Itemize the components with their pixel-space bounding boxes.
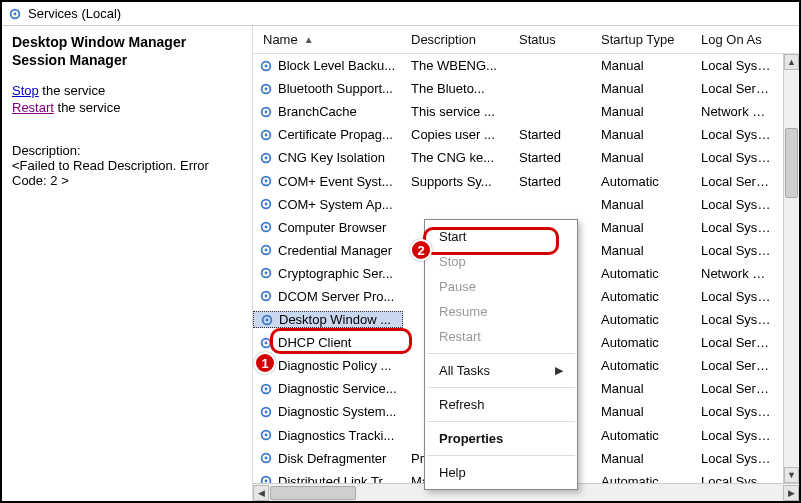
ctx-refresh[interactable]: Refresh <box>425 392 577 417</box>
cell-startup: Manual <box>593 451 693 466</box>
stop-suffix: the service <box>39 83 105 98</box>
service-gear-icon <box>259 243 273 257</box>
restart-link[interactable]: Restart <box>12 100 54 115</box>
header-title: Services (Local) <box>28 6 121 21</box>
cell-startup: Automatic <box>593 312 693 327</box>
cell-name: CNG Key Isolation <box>253 150 403 165</box>
cell-name: DHCP Client <box>253 335 403 350</box>
cell-logon: Local Syste... <box>693 243 779 258</box>
scroll-left-button[interactable]: ◀ <box>253 485 269 501</box>
svg-point-15 <box>265 203 268 206</box>
cell-startup: Manual <box>593 404 693 419</box>
ctx-pause: Pause <box>425 274 577 299</box>
col-status[interactable]: Status <box>511 26 593 53</box>
h-thumb[interactable] <box>270 486 356 500</box>
cell-logon: Local Syste... <box>693 220 779 235</box>
service-row[interactable]: Bluetooth Support...The Blueto...ManualL… <box>253 77 783 100</box>
stop-line: Stop the service <box>12 83 242 98</box>
vertical-scrollbar[interactable]: ▲ ▼ <box>783 54 799 483</box>
cell-startup: Manual <box>593 150 693 165</box>
columns-header: Name▲ Description Status Startup Type Lo… <box>253 26 799 54</box>
svg-point-7 <box>265 110 268 113</box>
cell-name-text: Disk Defragmenter <box>278 451 386 466</box>
col-name[interactable]: Name▲ <box>253 26 403 53</box>
cell-logon: Local Service <box>693 381 779 396</box>
cell-name-text: Desktop Window ... <box>279 312 391 327</box>
service-gear-icon <box>259 220 273 234</box>
svg-point-13 <box>265 180 268 183</box>
svg-point-1 <box>14 12 17 15</box>
restart-suffix: the service <box>54 100 120 115</box>
ctx-resume: Resume <box>425 299 577 324</box>
cell-startup: Manual <box>593 104 693 119</box>
cell-logon: Local Syste... <box>693 197 779 212</box>
svg-point-21 <box>265 272 268 275</box>
v-thumb[interactable] <box>785 128 798 198</box>
ctx-start[interactable]: Start <box>425 224 577 249</box>
annotation-badge-1: 1 <box>254 352 276 374</box>
scroll-down-button[interactable]: ▼ <box>784 467 799 483</box>
cell-startup: Automatic <box>593 474 693 483</box>
services-icon <box>8 7 22 21</box>
service-row[interactable]: Block Level Backu...The WBENG...ManualLo… <box>253 54 783 77</box>
service-row[interactable]: COM+ Event Syst...Supports Sy...StartedA… <box>253 169 783 192</box>
ctx-all-tasks[interactable]: All Tasks▶ <box>425 358 577 383</box>
selected-service-title: Desktop Window Manager Session Manager <box>12 34 242 69</box>
col-logon[interactable]: Log On As <box>693 26 779 53</box>
cell-name: Cryptographic Ser... <box>253 266 403 281</box>
cell-status: Started <box>511 174 593 189</box>
service-gear-icon <box>259 451 273 465</box>
col-startup[interactable]: Startup Type <box>593 26 693 53</box>
v-track[interactable] <box>784 70 799 467</box>
cell-name: BranchCache <box>253 104 403 119</box>
cell-name: Diagnostic System... <box>253 404 403 419</box>
service-row[interactable]: COM+ System Ap...ManualLocal Syste... <box>253 193 783 216</box>
cell-description: The CNG ke... <box>403 150 511 165</box>
cell-startup: Automatic <box>593 174 693 189</box>
cell-logon: Local Syste... <box>693 474 779 483</box>
cell-logon: Local Syste... <box>693 312 779 327</box>
cell-startup: Manual <box>593 127 693 142</box>
stop-link[interactable]: Stop <box>12 83 39 98</box>
col-description[interactable]: Description <box>403 26 511 53</box>
cell-description: The WBENG... <box>403 58 511 73</box>
cell-name: DCOM Server Pro... <box>253 289 403 304</box>
cell-logon: Network S... <box>693 266 779 281</box>
submenu-arrow-icon: ▶ <box>555 364 563 377</box>
cell-name-text: DHCP Client <box>278 335 351 350</box>
cell-startup: Manual <box>593 381 693 396</box>
cell-name-text: Diagnostics Tracki... <box>278 428 394 443</box>
cell-logon: Local Syste... <box>693 451 779 466</box>
cell-name: Bluetooth Support... <box>253 81 403 96</box>
details-pane: Desktop Window Manager Session Manager S… <box>2 26 253 501</box>
scroll-up-button[interactable]: ▲ <box>784 54 799 70</box>
cell-name-text: COM+ System Ap... <box>278 197 393 212</box>
service-gear-icon <box>259 197 273 211</box>
ctx-restart: Restart <box>425 324 577 349</box>
cell-startup: Automatic <box>593 335 693 350</box>
cell-name: Distributed Link Tr... <box>253 474 403 483</box>
cell-name-text: DCOM Server Pro... <box>278 289 394 304</box>
service-row[interactable]: BranchCacheThis service ...ManualNetwork… <box>253 100 783 123</box>
services-window: Services (Local) Desktop Window Manager … <box>0 0 801 503</box>
cell-logon: Local Syste... <box>693 289 779 304</box>
description-block: Description: <Failed to Read Description… <box>12 143 242 188</box>
service-gear-icon <box>259 428 273 442</box>
svg-point-27 <box>265 341 268 344</box>
ctx-sep-2 <box>427 387 575 388</box>
cell-name-text: COM+ Event Syst... <box>278 174 393 189</box>
cell-name-text: Diagnostic System... <box>278 404 397 419</box>
ctx-sep-1 <box>427 353 575 354</box>
ctx-help[interactable]: Help <box>425 460 577 485</box>
service-row[interactable]: Certificate Propag...Copies user ...Star… <box>253 123 783 146</box>
ctx-properties[interactable]: Properties <box>425 426 577 451</box>
cell-logon: Local Service <box>693 81 779 96</box>
cell-name: Desktop Window ... <box>253 311 403 328</box>
svg-point-5 <box>265 87 268 90</box>
cell-description: Supports Sy... <box>403 174 511 189</box>
annotation-badge-2: 2 <box>410 239 432 261</box>
cell-name: COM+ System Ap... <box>253 197 403 212</box>
scroll-right-button[interactable]: ▶ <box>783 485 799 501</box>
cell-description: The Blueto... <box>403 81 511 96</box>
service-row[interactable]: CNG Key IsolationThe CNG ke...StartedMan… <box>253 146 783 169</box>
